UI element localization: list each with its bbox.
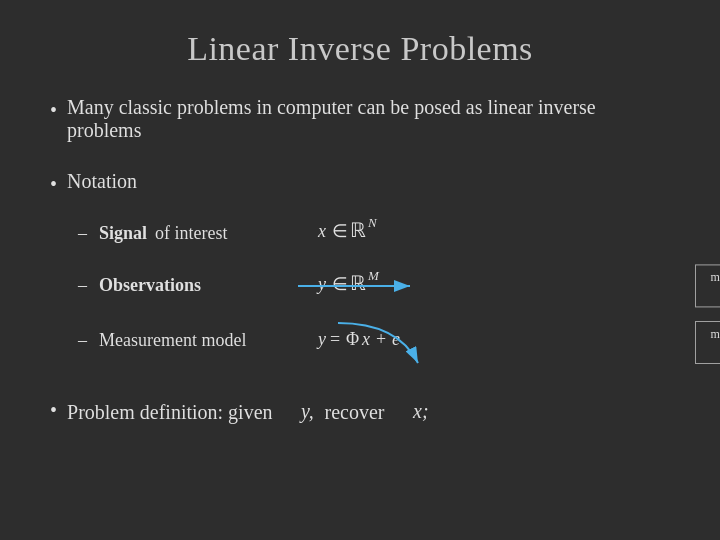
bullet-2: • Notation xyxy=(50,170,670,198)
observations-text: – Observations xyxy=(78,275,298,296)
observations-annotation: measurementmatrix xyxy=(695,264,720,307)
svg-text:y: y xyxy=(316,329,326,349)
signal-label: Signal xyxy=(99,223,147,244)
measurement-row: – Measurement model y = Φ x + e xyxy=(78,313,670,368)
bullet-2-section: • Notation – Signal of interest x ∈ xyxy=(50,170,670,368)
observations-row: – Observations y ∈ ℝ M xyxy=(78,258,670,313)
dash-2: – xyxy=(78,275,87,296)
signal-row: – Signal of interest x ∈ ℝ N xyxy=(78,208,670,258)
bullet-dot-3: • xyxy=(50,396,57,424)
measurement-text: – Measurement model xyxy=(78,330,298,351)
observations-label: Observations xyxy=(99,275,201,296)
svg-text:∈: ∈ xyxy=(332,221,348,241)
problem-def-y: y, xyxy=(299,396,317,429)
rows-wrapper: – Signal of interest x ∈ ℝ N xyxy=(78,208,670,368)
sub-bullets: – Signal of interest x ∈ ℝ N xyxy=(78,208,670,368)
bullet-1-text: Many classic problems in computer can be… xyxy=(67,96,670,142)
problem-def-recover: recover xyxy=(325,401,385,424)
problem-def-content: Problem definition: given y, recover x; xyxy=(67,396,428,429)
svg-text:ℝ: ℝ xyxy=(350,219,366,241)
bullet-2-text: Notation xyxy=(67,170,137,193)
observations-arrow xyxy=(298,268,458,304)
problem-def-prefix: Problem definition: given xyxy=(67,401,273,424)
dash-1: – xyxy=(78,223,87,244)
problem-def: • Problem definition: given y, recover x… xyxy=(50,396,670,429)
measurement-label: Measurement model xyxy=(99,330,246,351)
svg-text:N: N xyxy=(367,215,378,230)
dash-3: – xyxy=(78,330,87,351)
slide-title: Linear Inverse Problems xyxy=(50,30,670,68)
svg-text:y,: y, xyxy=(299,400,314,423)
observations-annotation-text: measurementmatrix xyxy=(711,270,721,300)
measurement-annotation: measurementnoise xyxy=(695,321,720,364)
signal-text: – Signal of interest xyxy=(78,223,298,244)
signal-math: x ∈ ℝ N xyxy=(316,215,396,251)
measurement-annotation-text: measurementnoise xyxy=(711,327,721,357)
svg-text:x: x xyxy=(317,221,326,241)
bullet-dot-1: • xyxy=(50,96,57,124)
problem-def-x: x; xyxy=(411,396,429,429)
bullet-1-section: • Many classic problems in computer can … xyxy=(50,96,670,152)
bullet-1: • Many classic problems in computer can … xyxy=(50,96,670,142)
problem-def-section: • Problem definition: given y, recover x… xyxy=(50,396,670,439)
bullet-dot-2: • xyxy=(50,170,57,198)
svg-text:x;: x; xyxy=(412,400,429,422)
measurement-arrow xyxy=(338,313,498,373)
slide: Linear Inverse Problems • Many classic p… xyxy=(0,0,720,540)
signal-rest: of interest xyxy=(155,223,227,244)
